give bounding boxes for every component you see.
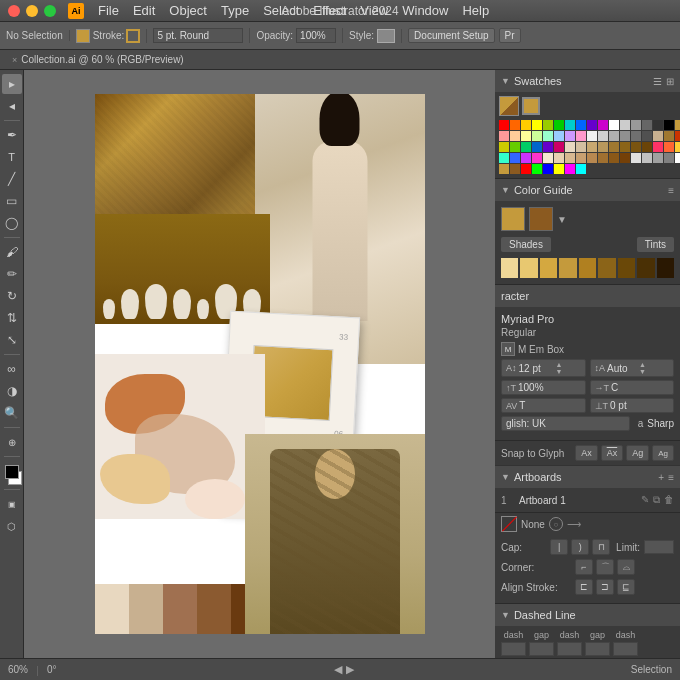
limit-input[interactable] [644, 540, 674, 554]
leading-up[interactable]: ▲ [639, 361, 646, 368]
swatch-color[interactable] [510, 131, 520, 141]
swatch-color[interactable] [587, 153, 597, 163]
style-swatch[interactable] [377, 29, 395, 43]
swatch-color[interactable] [510, 120, 520, 130]
swatch-color[interactable] [598, 142, 608, 152]
swatches-panel-header[interactable]: ▼ Swatches ☰ ⊞ [495, 70, 680, 92]
rotate-tool[interactable]: ↻ [2, 286, 22, 306]
swatch-color[interactable] [532, 164, 542, 174]
swatch-color[interactable] [499, 164, 509, 174]
swatch-color[interactable] [598, 120, 608, 130]
pen-tool[interactable]: ✒ [2, 125, 22, 145]
cg-swatch-1[interactable] [501, 207, 525, 231]
blend-tool[interactable]: ∞ [2, 359, 22, 379]
swatch-color[interactable] [675, 120, 680, 130]
menu-file[interactable]: File [98, 3, 119, 18]
gradient-tool[interactable]: ◑ [2, 381, 22, 401]
swatch-color[interactable] [631, 153, 641, 163]
language-input[interactable] [506, 418, 566, 429]
swatch-color[interactable] [620, 131, 630, 141]
swatch-color[interactable] [642, 131, 652, 141]
swatch-color[interactable] [620, 153, 630, 163]
leading-down[interactable]: ▼ [639, 368, 646, 375]
shade-swatch[interactable] [618, 258, 635, 278]
swatch-color[interactable] [631, 142, 641, 152]
opacity-input[interactable] [296, 28, 336, 43]
swatches-list-icon[interactable]: ☰ [653, 76, 662, 87]
scale-tool[interactable]: ⤡ [2, 330, 22, 350]
color-guide-header[interactable]: ▼ Color Guide ≡ [495, 179, 680, 201]
cap-square-btn[interactable]: ⊓ [592, 539, 610, 555]
screen-mode-btn[interactable]: ▣ [2, 494, 22, 514]
swatch-color[interactable] [576, 120, 586, 130]
menu-help[interactable]: Help [462, 3, 489, 18]
swatch-color[interactable] [598, 153, 608, 163]
document-tab[interactable]: × Collection.ai @ 60 % (RGB/Preview) [6, 54, 190, 65]
swatch-color[interactable] [510, 142, 520, 152]
shade-swatch[interactable] [559, 258, 576, 278]
horiz-scale-input[interactable] [611, 382, 641, 393]
shade-swatch[interactable] [501, 258, 518, 278]
baseline-input[interactable] [610, 400, 640, 411]
minimize-button[interactable] [26, 5, 38, 17]
tab-close-icon[interactable]: × [12, 55, 17, 65]
swatch-color[interactable] [664, 153, 674, 163]
swatch-color[interactable] [609, 153, 619, 163]
stroke-swatch[interactable] [126, 29, 140, 43]
swatch-color[interactable] [609, 142, 619, 152]
swatch-color[interactable] [554, 131, 564, 141]
snap-icon-Ag-2[interactable]: Ag [652, 445, 674, 461]
cg-harmony-arrow[interactable]: ▼ [557, 214, 567, 225]
swatch-color[interactable] [499, 120, 509, 130]
dashed-line-header[interactable]: ▼ Dashed Line [495, 604, 680, 626]
leading-input[interactable] [607, 363, 637, 374]
shade-swatch[interactable] [579, 258, 596, 278]
artboard-edit-icon[interactable]: ✎ [641, 494, 649, 506]
corner-bevel-btn[interactable]: ⌓ [617, 559, 635, 575]
shade-swatch[interactable] [520, 258, 537, 278]
snap-icon-Ax-2[interactable]: Ax [601, 445, 624, 461]
color-guide-menu-icon[interactable]: ≡ [668, 185, 674, 196]
cap-butt-btn[interactable]: | [550, 539, 568, 555]
swatch-color[interactable] [620, 120, 630, 130]
swatch-color[interactable] [587, 131, 597, 141]
swatch-color[interactable] [587, 120, 597, 130]
swatch-color[interactable] [598, 131, 608, 141]
menu-type[interactable]: Type [221, 3, 249, 18]
preferences-button[interactable]: Pr [499, 28, 521, 43]
pencil-tool[interactable]: ✏ [2, 264, 22, 284]
swatch-color[interactable] [554, 164, 564, 174]
swatch-color[interactable] [565, 131, 575, 141]
swatch-color[interactable] [565, 142, 575, 152]
artboard-duplicate-icon[interactable]: ⧉ [653, 494, 660, 506]
dash-input-2[interactable] [557, 642, 582, 656]
rect-tool[interactable]: ▭ [2, 191, 22, 211]
stroke-arrow-icon[interactable]: ⟶ [567, 519, 581, 530]
reflect-tool[interactable]: ⇅ [2, 308, 22, 328]
snap-icon-Ax-1[interactable]: Ax [575, 445, 598, 461]
swatch-color[interactable] [653, 153, 663, 163]
gap-input-1[interactable] [529, 642, 554, 656]
shade-swatch[interactable] [637, 258, 654, 278]
draw-mode-btn[interactable]: ⬡ [2, 516, 22, 536]
swatch-color[interactable] [532, 153, 542, 163]
paintbrush-tool[interactable]: 🖌 [2, 242, 22, 262]
menu-window[interactable]: Window [402, 3, 448, 18]
font-size-input[interactable] [519, 363, 554, 374]
canvas-area[interactable]: 33 06 [24, 70, 495, 658]
tracking-input[interactable] [519, 400, 554, 411]
swatches-grid-icon[interactable]: ⊞ [666, 76, 674, 87]
swatch-color[interactable] [532, 131, 542, 141]
swatch-color[interactable] [554, 142, 564, 152]
cg-swatch-2[interactable] [529, 207, 553, 231]
swatch-color[interactable] [543, 164, 553, 174]
swatch-color[interactable] [565, 164, 575, 174]
swatch-color[interactable] [576, 142, 586, 152]
shade-swatch[interactable] [657, 258, 674, 278]
swatch-color[interactable] [543, 142, 553, 152]
corner-miter-btn[interactable]: ⌐ [575, 559, 593, 575]
snap-icon-Ag-1[interactable]: Ag [626, 445, 649, 461]
swatch-color[interactable] [499, 131, 509, 141]
swatch-color[interactable] [554, 120, 564, 130]
cap-round-btn[interactable]: ) [571, 539, 589, 555]
